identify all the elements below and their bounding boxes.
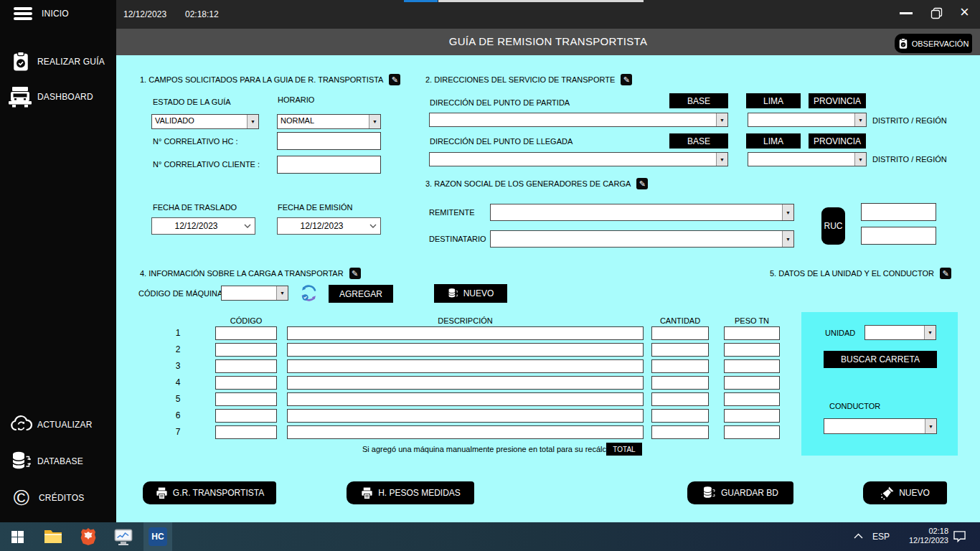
codigo-input[interactable] <box>215 326 277 340</box>
table-row-1-codigo <box>215 326 277 339</box>
fecha-emision-label: FECHA DE EMISIÓN <box>278 203 353 212</box>
sidebar-item-actualizar[interactable]: ACTUALIZAR <box>9 415 93 435</box>
chevron-down-icon <box>240 224 255 228</box>
sidebar-item-database[interactable]: DATABASE <box>10 451 83 472</box>
task-manager-icon[interactable] <box>113 527 133 547</box>
codigo-input[interactable] <box>215 392 277 406</box>
codigo-input[interactable] <box>215 376 277 390</box>
distrito-llegada-select[interactable]: ▼ <box>748 152 867 166</box>
section2-title-row: 2. DIRECCIONES DEL SERVICIO DE TRANSPORT… <box>425 74 632 85</box>
peso-input[interactable] <box>724 326 780 340</box>
sidebar-item-dashboard[interactable]: DASHBOARD <box>7 86 93 108</box>
table-row-3-cantidad <box>651 359 709 372</box>
base-partida-button[interactable]: BASE <box>669 93 728 108</box>
start-button[interactable] <box>9 528 26 545</box>
restore-button[interactable] <box>930 7 943 22</box>
lima-partida-button[interactable]: LIMA <box>746 93 801 108</box>
partida-select[interactable]: ▼ <box>429 113 728 127</box>
brave-browser-icon[interactable] <box>78 527 98 547</box>
observacion-button[interactable]: OBSERVACIÓN <box>895 34 972 53</box>
broom-icon <box>880 486 895 500</box>
lima-llegada-button[interactable]: LIMA <box>746 133 801 149</box>
unidad-value <box>865 326 924 339</box>
nuevo-item-button[interactable]: NUEVO <box>434 284 507 303</box>
chevron-down-icon: ▼ <box>925 419 936 433</box>
provincia-partida-button[interactable]: PROVINCIA <box>809 93 866 108</box>
fecha-emision-picker[interactable]: 12/12/2023 <box>277 217 381 235</box>
file-explorer-icon[interactable] <box>43 527 63 546</box>
descripcion-input[interactable] <box>287 409 644 423</box>
codigo-maquina-select[interactable]: ▼ <box>221 286 288 301</box>
fecha-traslado-picker[interactable]: 12/12/2023 <box>151 217 255 235</box>
distrito-partida-select[interactable]: ▼ <box>748 113 867 127</box>
table-row-6-cantidad <box>651 408 709 422</box>
chevron-down-icon: ▼ <box>247 115 258 128</box>
sidebar-item-realizar-guia[interactable]: REALIZAR GUÍA <box>10 51 105 72</box>
peso-input[interactable] <box>724 425 780 439</box>
language-indicator[interactable]: ESP <box>872 532 890 542</box>
total-button[interactable]: TOTAL <box>606 443 642 456</box>
cantidad-input[interactable] <box>651 376 709 390</box>
descripcion-input[interactable] <box>287 376 644 390</box>
codigo-input[interactable] <box>215 409 277 423</box>
peso-input[interactable] <box>724 392 780 406</box>
cantidad-input[interactable] <box>651 425 709 439</box>
cantidad-input[interactable] <box>651 359 709 373</box>
codigo-input[interactable] <box>215 343 277 357</box>
cantidad-input[interactable] <box>651 409 709 423</box>
descripcion-input[interactable] <box>287 425 644 439</box>
peso-input[interactable] <box>724 376 780 390</box>
guardar-bd-label: GUARDAR BD <box>721 488 778 498</box>
conductor-select[interactable]: ▼ <box>824 418 937 434</box>
provincia-llegada-button[interactable]: PROVINCIA <box>809 133 866 149</box>
hc-app-button[interactable]: HC <box>143 522 172 551</box>
descripcion-input[interactable] <box>287 392 644 406</box>
nuevo-form-button[interactable]: NUEVO <box>863 481 947 504</box>
tray-clock[interactable]: 02:18 12/12/2023 <box>897 527 948 545</box>
notification-center-icon[interactable] <box>953 530 966 542</box>
unidad-select[interactable]: ▼ <box>864 325 936 340</box>
section3-title: 3. RAZON SOCIAL DE LOS GENERADORES DE CA… <box>425 179 631 188</box>
peso-input[interactable] <box>724 359 780 373</box>
table-row-2-descripcion <box>287 342 644 356</box>
cantidad-input[interactable] <box>651 343 709 357</box>
refresh-icon[interactable] <box>299 283 319 306</box>
remitente-select[interactable]: ▼ <box>490 204 794 221</box>
minimize-button[interactable] <box>900 12 913 14</box>
peso-input[interactable] <box>724 343 780 357</box>
ruc-destinatario-field <box>861 227 936 245</box>
row-number: 1 <box>171 328 185 338</box>
codigo-input[interactable] <box>215 425 277 439</box>
gr-transportista-button[interactable]: G.R. TRANSPORTISTA <box>143 481 276 504</box>
peso-input[interactable] <box>724 409 780 423</box>
base-llegada-button[interactable]: BASE <box>669 133 728 149</box>
sidebar: INICIO REALIZAR GUÍA <box>0 0 116 522</box>
descripcion-input[interactable] <box>287 359 644 373</box>
close-button[interactable]: × <box>960 3 969 22</box>
ruc-destinatario-input[interactable] <box>861 227 936 245</box>
estado-guia-select[interactable]: VALIDADO ▼ <box>151 114 259 129</box>
cantidad-input[interactable] <box>651 392 709 406</box>
agregar-button[interactable]: AGREGAR <box>329 285 393 303</box>
correlativo-hc-input[interactable] <box>277 132 381 150</box>
table-row-3-peso <box>724 359 780 372</box>
codigo-input[interactable] <box>215 359 277 373</box>
correlativo-cliente-input[interactable] <box>277 156 381 174</box>
horario-select[interactable]: NORMAL ▼ <box>277 114 381 129</box>
ruc-remitente-input[interactable] <box>861 203 936 221</box>
table-row-1-descripcion <box>287 326 644 339</box>
descripcion-input[interactable] <box>287 326 644 340</box>
sidebar-item-inicio[interactable]: INICIO <box>13 7 69 20</box>
sidebar-item-creditos[interactable]: © CRÉDITOS <box>10 487 84 509</box>
page-title: GUÍA DE REMISION TRANSPORTISTA <box>116 35 980 47</box>
chevron-down-icon: ▼ <box>924 326 936 339</box>
destinatario-select[interactable]: ▼ <box>490 230 794 248</box>
sidebar-item-label: ACTUALIZAR <box>37 420 93 430</box>
buscar-carreta-button[interactable]: BUSCAR CARRETA <box>824 351 937 368</box>
llegada-select[interactable]: ▼ <box>429 152 728 166</box>
pesos-medidas-button[interactable]: H. PESOS MEDIDAS <box>347 481 474 504</box>
tray-chevron-up-icon[interactable] <box>854 533 863 539</box>
descripcion-input[interactable] <box>287 343 644 357</box>
cantidad-input[interactable] <box>651 326 709 340</box>
guardar-bd-button[interactable]: GUARDAR BD <box>687 481 793 504</box>
